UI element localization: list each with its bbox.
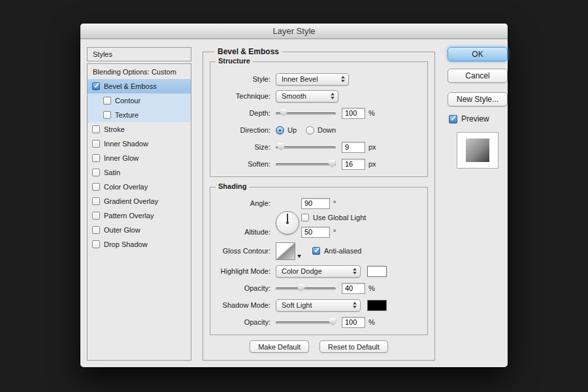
shadow-opacity-slider[interactable] bbox=[276, 318, 336, 327]
gloss-contour-arrow-icon[interactable] bbox=[295, 242, 303, 260]
highlight-opacity-label: Opacity: bbox=[216, 284, 270, 292]
styles-item-label: Color Overlay bbox=[104, 183, 148, 191]
checkbox[interactable] bbox=[92, 140, 100, 148]
new-style-button[interactable]: New Style... bbox=[448, 92, 508, 106]
angle-dial[interactable] bbox=[276, 211, 299, 235]
size-slider[interactable] bbox=[276, 143, 336, 152]
preview-thumbnail bbox=[457, 132, 498, 169]
highlight-opacity-slider[interactable] bbox=[276, 284, 336, 293]
cancel-button[interactable]: Cancel bbox=[448, 69, 508, 83]
size-row: Size: px bbox=[216, 139, 422, 155]
highlight-opacity-row: Opacity: % bbox=[216, 280, 422, 297]
checkbox[interactable] bbox=[92, 154, 100, 162]
angle-input[interactable] bbox=[301, 198, 330, 209]
shadow-mode-row: Shadow Mode: Soft Light bbox=[216, 297, 422, 314]
use-global-light-checkbox[interactable] bbox=[301, 214, 309, 221]
styles-item-pattern-overlay[interactable]: Pattern Overlay bbox=[88, 208, 191, 223]
size-slider-thumb[interactable] bbox=[278, 143, 285, 151]
ok-button[interactable]: OK bbox=[448, 47, 508, 61]
shadow-mode-value: Soft Light bbox=[282, 301, 312, 309]
depth-label: Depth: bbox=[216, 109, 270, 117]
use-global-light-option[interactable]: Use Global Light bbox=[301, 214, 366, 221]
highlight-opacity-input[interactable] bbox=[342, 283, 365, 294]
anti-aliased-option[interactable]: Anti-aliased bbox=[312, 247, 361, 255]
direction-up-label: Up bbox=[287, 126, 297, 134]
checkbox[interactable] bbox=[103, 97, 111, 105]
direction-up-option[interactable]: Up bbox=[276, 126, 297, 135]
angle-row: Angle: ° bbox=[216, 196, 422, 210]
styles-item-label: Stroke bbox=[104, 125, 125, 133]
highlight-mode-dropdown[interactable]: Color Dodge bbox=[276, 265, 361, 278]
styles-item-label: Inner Shadow bbox=[104, 140, 148, 148]
styles-item-contour[interactable]: Contour bbox=[88, 93, 191, 108]
styles-item-satin[interactable]: Satin bbox=[88, 165, 191, 180]
soften-input[interactable] bbox=[342, 159, 365, 170]
reset-to-default-button[interactable]: Reset to Default bbox=[319, 340, 388, 353]
styles-item-drop-shadow[interactable]: Drop Shadow bbox=[88, 237, 191, 252]
highlight-opacity-unit: % bbox=[368, 284, 375, 292]
checkbox[interactable] bbox=[92, 226, 100, 234]
preview-option[interactable]: Preview bbox=[448, 114, 508, 123]
depth-slider[interactable] bbox=[276, 109, 336, 118]
styles-item-inner-shadow[interactable]: Inner Shadow bbox=[88, 137, 191, 151]
make-default-button[interactable]: Make Default bbox=[250, 340, 309, 353]
styles-item-gradient-overlay[interactable]: Gradient Overlay bbox=[88, 194, 191, 208]
checkbox[interactable] bbox=[103, 111, 111, 119]
highlight-opacity-thumb[interactable] bbox=[297, 284, 304, 292]
gloss-contour-thumbnail[interactable] bbox=[276, 242, 295, 260]
titlebar[interactable]: Layer Style bbox=[80, 24, 508, 39]
styles-item-texture[interactable]: Texture bbox=[88, 108, 191, 122]
style-dropdown[interactable]: Inner Bevel bbox=[276, 73, 349, 86]
actions-panel: OK Cancel New Style... Preview bbox=[448, 47, 508, 361]
anti-aliased-checkbox[interactable] bbox=[312, 247, 320, 255]
soften-slider[interactable] bbox=[276, 160, 336, 169]
shadow-color-swatch[interactable] bbox=[367, 300, 387, 311]
shadow-opacity-input[interactable] bbox=[342, 317, 365, 328]
size-input[interactable] bbox=[342, 142, 365, 153]
technique-dropdown[interactable]: Smooth bbox=[276, 90, 338, 103]
direction-label: Direction: bbox=[216, 126, 270, 134]
depth-slider-thumb[interactable] bbox=[280, 109, 287, 117]
checkbox[interactable] bbox=[92, 197, 100, 205]
updown-arrows-icon bbox=[341, 76, 345, 82]
shadow-opacity-thumb[interactable] bbox=[329, 318, 336, 326]
styles-item-blending-options[interactable]: Blending Options: Custom bbox=[88, 64, 191, 79]
altitude-row: Altitude: ° bbox=[216, 225, 422, 239]
depth-input[interactable] bbox=[342, 108, 365, 119]
size-label: Size: bbox=[216, 143, 270, 151]
shadow-mode-label: Shadow Mode: bbox=[216, 301, 270, 309]
angle-unit: ° bbox=[333, 199, 336, 207]
depth-row: Depth: % bbox=[216, 105, 422, 122]
checkbox[interactable] bbox=[92, 240, 100, 248]
checkbox[interactable] bbox=[92, 125, 100, 133]
styles-item-stroke[interactable]: Stroke bbox=[88, 122, 191, 137]
checkbox[interactable] bbox=[92, 183, 100, 191]
preview-checkbox[interactable] bbox=[449, 115, 457, 123]
styles-item-inner-glow[interactable]: Inner Glow bbox=[88, 151, 191, 165]
panel-box: Structure Style: Inner Bevel Technique: … bbox=[203, 52, 435, 361]
radio-down[interactable] bbox=[306, 126, 314, 135]
anti-aliased-label: Anti-aliased bbox=[324, 247, 361, 255]
altitude-input[interactable] bbox=[301, 227, 330, 238]
direction-down-label: Down bbox=[318, 126, 336, 134]
checkbox[interactable] bbox=[92, 169, 100, 176]
updown-arrows-icon bbox=[353, 268, 357, 274]
shadow-opacity-label: Opacity: bbox=[216, 318, 270, 326]
styles-item-bevel-emboss[interactable]: Bevel & Emboss bbox=[88, 79, 191, 93]
styles-item-label: Contour bbox=[115, 97, 140, 105]
radio-up[interactable] bbox=[276, 126, 284, 135]
layer-style-dialog: Layer Style Styles Blending Options: Cus… bbox=[80, 24, 508, 367]
styles-item-color-overlay[interactable]: Color Overlay bbox=[88, 180, 191, 194]
updown-arrows-icon bbox=[331, 93, 335, 99]
soften-slider-thumb[interactable] bbox=[329, 160, 336, 168]
dialog-content: Styles Blending Options: Custom Bevel & … bbox=[80, 40, 508, 367]
styles-item-label: Texture bbox=[115, 111, 139, 119]
styles-item-outer-glow[interactable]: Outer Glow bbox=[88, 223, 191, 237]
shadow-mode-dropdown[interactable]: Soft Light bbox=[276, 299, 361, 312]
preview-label: Preview bbox=[461, 114, 489, 123]
highlight-color-swatch[interactable] bbox=[367, 266, 387, 277]
checkbox[interactable] bbox=[92, 212, 100, 220]
checkbox[interactable] bbox=[92, 82, 100, 90]
technique-label: Technique: bbox=[216, 92, 270, 100]
direction-down-option[interactable]: Down bbox=[306, 126, 336, 135]
